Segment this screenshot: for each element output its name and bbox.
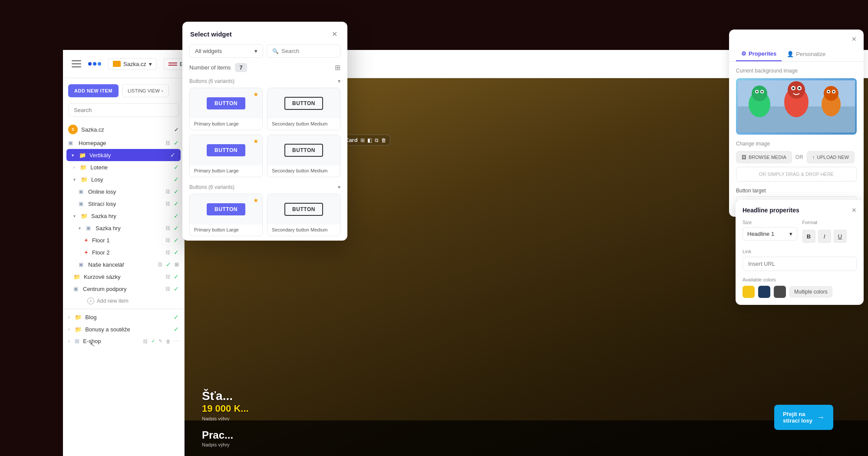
widget-grid-view-icon[interactable]: ⊞ [335, 63, 340, 72]
widget-card-secondary-2[interactable]: BUTTON Secondary button Medium [267, 135, 340, 177]
sidebar-item-loterie[interactable]: › 📁 Loterie ✓ [63, 161, 184, 173]
sidebar-item-sazka-hry-parent[interactable]: ▾ 📁 Sazka hry ✓ [63, 210, 184, 222]
eshop-trash-icon[interactable]: 🗑 [166, 339, 171, 344]
homepage-link-icon[interactable]: ⛓ [165, 140, 170, 145]
size-dropdown-icon: ▾ [789, 231, 792, 237]
modal-close-button[interactable]: ✕ [329, 29, 340, 39]
card-grid-btn[interactable]: ⊞ [360, 137, 365, 143]
eshop-link-icon[interactable]: ⛓ [143, 339, 148, 344]
underline-button[interactable]: U [834, 230, 847, 243]
section2-collapse-icon[interactable]: ▾ [338, 184, 340, 190]
bonusy-folder-icon: 📁 [75, 326, 82, 333]
format-label: Format [802, 220, 857, 225]
hamburger-button[interactable] [72, 60, 81, 67]
color-navy[interactable] [758, 286, 770, 298]
homepage-page-icon: ▣ [68, 140, 75, 146]
sidebar-item-stiraci-losy[interactable]: ▣ Stírací losy ⛓ ✓ [63, 198, 184, 210]
stiraci-losy-link-icon[interactable]: ⛓ [165, 201, 170, 206]
multiple-colors-button[interactable]: Multiple colors [789, 286, 832, 297]
card-trash-btn[interactable]: 🗑 [381, 137, 386, 143]
tab-personalize[interactable]: 👤 Personalize [782, 47, 831, 61]
homepage-check-icon: ✓ [174, 139, 179, 146]
widget-card-secondary-1[interactable]: BUTTON Secondary button Medium [267, 88, 340, 130]
eshop-edit-icon[interactable]: ✎ [158, 338, 162, 344]
widget-name-4: Secondary button Medium [267, 165, 340, 177]
browse-icon: 🖼 [742, 155, 746, 160]
btn-secondary-preview-2: BUTTON [284, 144, 323, 157]
sazka-hry-parent-check: ✓ [174, 212, 179, 219]
nase-kancelar-grid[interactable]: ⊞ [175, 261, 179, 268]
modal-num-items-row: Number of items 7 ⊞ [182, 63, 347, 76]
sidebar-item-kurzove-sazky[interactable]: 📁 Kurzové sázky ⛓ ✓ [63, 271, 184, 283]
widget-search-input[interactable] [281, 48, 335, 54]
widget-card-primary-3[interactable]: ★ BUTTON Primary button Large [189, 194, 263, 236]
nase-kancelar-icon: ▣ [79, 261, 85, 268]
drag-drop-area[interactable]: OR SIMPLY DRAG & DROP HERE [736, 167, 857, 182]
nase-kancelar-link[interactable]: ⛓ [158, 262, 162, 267]
upload-new-button[interactable]: ↑ UPLOAD NEW [807, 151, 855, 163]
link-label: Link [743, 249, 857, 254]
floor1-label: Floor 1 [92, 237, 162, 244]
card-copy-btn[interactable]: ⧉ [375, 137, 379, 143]
sidebar-item-losy[interactable]: ▾ 📁 Losy ✓ [63, 173, 184, 185]
listing-view-button[interactable]: LISTING VIEW › [122, 84, 169, 97]
sidebar-item-nase-kancelar[interactable]: ▣ Naše kancelář ⛓ ✓ ⊞ [63, 258, 184, 271]
promo-button[interactable]: Přejít nastírací losy → [774, 405, 833, 430]
loterie-arrow: › [73, 165, 75, 170]
headline-popup-close-button[interactable]: ✕ [851, 207, 857, 214]
sidebar-item-floor1[interactable]: ✦ Floor 1 ⛓ ✓ [63, 234, 184, 246]
sidebar-search-input[interactable] [68, 103, 179, 117]
floor1-link-icon[interactable]: ⛓ [165, 238, 170, 243]
eshop-check-btn[interactable]: ✓ [151, 338, 155, 344]
sidebar-item-floor2[interactable]: ✦ Floor 2 ⛓ ✓ [63, 246, 184, 258]
widget-search-icon: 🔍 [272, 48, 279, 54]
eshop-folder-icon: ⊞ [75, 338, 79, 344]
widget-preview-1: BUTTON [190, 88, 262, 119]
sidebar-item-centrum-podpory[interactable]: ▣ Centrum podpory ⛓ ✓ [63, 283, 184, 295]
sidebar-actions: ADD NEW ITEM LISTING VIEW › [63, 78, 184, 103]
sidebar-item-blog[interactable]: › 📁 Blog ✓ [63, 311, 184, 323]
section1-collapse-icon[interactable]: ▾ [338, 78, 340, 84]
color-dark[interactable] [774, 286, 786, 298]
add-new-item-button[interactable]: ADD NEW ITEM [68, 84, 119, 97]
upload-icon: ↑ [812, 155, 815, 160]
buttons-section-2: Buttons (6 variants) ▾ [182, 182, 347, 194]
tab-properties[interactable]: ⚙ Properites [736, 47, 782, 61]
headline-size-format-row: Size Headline 1 ▾ Format B I U [743, 220, 857, 243]
widget-card-secondary-3[interactable]: BUTTON Secondary button Medium [267, 194, 340, 236]
floor2-link-icon[interactable]: ⛓ [165, 250, 170, 255]
sidebar-item-homepage[interactable]: ▣ Homepage ⛓ ✓ [63, 137, 184, 149]
site-selector[interactable]: Sazka.cz ▾ [108, 58, 157, 70]
kurzove-sazky-link[interactable]: ⛓ [165, 274, 170, 279]
site-check-icon: ✓ [174, 126, 179, 133]
headline-size-select[interactable]: Headline 1 ▾ [743, 227, 797, 241]
sazka-hry-arrow: ▾ [73, 214, 76, 218]
eshop-more-icon[interactable]: ⋯ [174, 338, 179, 344]
svg-point-15 [824, 86, 838, 101]
italic-button[interactable]: I [818, 230, 831, 243]
sidebar-item-vertikaly[interactable]: ▾ 📁 Vertikály ✓ [66, 149, 181, 161]
centrum-link[interactable]: ⛓ [165, 286, 170, 291]
color-yellow[interactable] [743, 286, 755, 298]
bold-button[interactable]: B [802, 230, 815, 243]
sidebar-item-sazka-hry-child[interactable]: ▾ ▣ Sazka hry ⛓ ✓ [63, 222, 184, 234]
widget-card-primary-1[interactable]: ★ BUTTON Primary button Large [189, 88, 263, 130]
sazka-hry-child-link[interactable]: ⛓ [165, 225, 170, 231]
add-new-item-row[interactable]: + Add new item [63, 295, 184, 307]
browse-media-button[interactable]: 🖼 BROWSE MEDIA [736, 151, 792, 163]
colors-row: Multiple colors [743, 286, 857, 298]
losy-check-icon: ✓ [174, 176, 179, 183]
floor2-label: Floor 2 [92, 249, 162, 256]
bottom-headline: Prac... [202, 429, 851, 441]
widget-card-primary-2[interactable]: ★ BUTTON Primary button Large [189, 135, 263, 177]
centrum-icon: ▣ [73, 286, 79, 292]
link-url-input[interactable] [743, 257, 857, 271]
blog-check: ✓ [174, 314, 179, 321]
all-widgets-dropdown[interactable]: All widgets ▾ [189, 44, 263, 58]
sidebar-item-bonusy[interactable]: › 📁 Bonusy a soutěže ✓ [63, 323, 184, 335]
right-panel-close-button[interactable]: ✕ [851, 36, 857, 43]
sidebar-item-online-losy[interactable]: ▣ Online losy ⛓ ✓ [63, 185, 184, 198]
card-settings-btn[interactable]: ◧ [367, 137, 372, 143]
online-losy-link-icon[interactable]: ⛓ [165, 189, 170, 194]
sidebar-item-eshop[interactable]: › ⊞ E-shop ⛓ ✓ ✎ 🗑 ⋯ ↖ [63, 335, 184, 347]
